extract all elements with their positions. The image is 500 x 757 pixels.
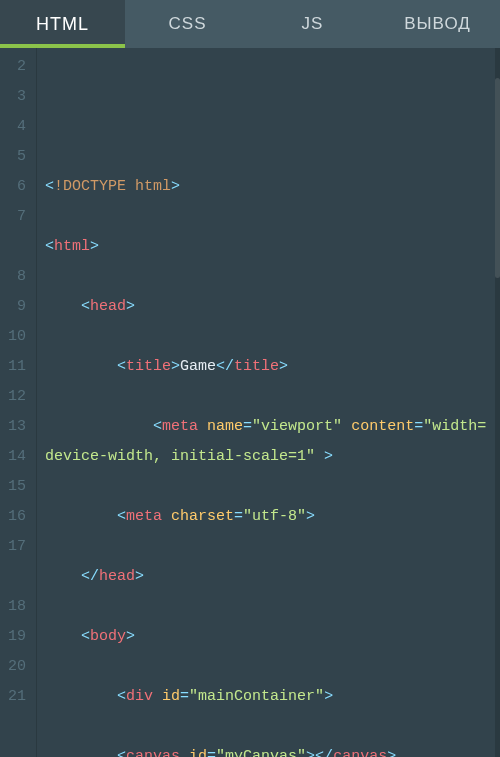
line-number: 16	[0, 502, 36, 532]
app-window: HTML CSS JS ВЫВОД 2345678910111213141516…	[0, 0, 500, 757]
line-number: 7	[0, 202, 36, 262]
tab-js[interactable]: JS	[250, 0, 375, 48]
line-number: 10	[0, 322, 36, 352]
code-area[interactable]: <!DOCTYPE html> <html> <head> <title>Gam…	[36, 48, 500, 757]
line-number: 4	[0, 112, 36, 142]
tab-label: HTML	[36, 14, 89, 35]
line-number: 14	[0, 442, 36, 472]
code-content[interactable]: <!DOCTYPE html> <html> <head> <title>Gam…	[37, 48, 500, 757]
tab-html[interactable]: HTML	[0, 0, 125, 48]
tab-label: JS	[302, 14, 324, 34]
line-number: 12	[0, 382, 36, 412]
tab-bar: HTML CSS JS ВЫВОД	[0, 0, 500, 48]
line-number: 21	[0, 682, 36, 757]
line-number: 5	[0, 142, 36, 172]
tab-label: ВЫВОД	[404, 14, 471, 34]
line-number: 3	[0, 82, 36, 112]
code-editor: 2345678910111213141516171819202122 <!DOC…	[0, 48, 500, 757]
line-number-gutter: 2345678910111213141516171819202122	[0, 48, 36, 757]
scrollbar-thumb[interactable]	[495, 78, 500, 278]
line-number: 8	[0, 262, 36, 292]
line-number: 9	[0, 292, 36, 322]
line-number: 20	[0, 652, 36, 682]
line-number: 15	[0, 472, 36, 502]
line-number: 13	[0, 412, 36, 442]
line-number: 6	[0, 172, 36, 202]
line-number: 17	[0, 532, 36, 592]
line-number: 2	[0, 52, 36, 82]
vertical-scrollbar[interactable]	[495, 48, 500, 757]
line-number: 18	[0, 592, 36, 622]
line-number: 11	[0, 352, 36, 382]
tab-output[interactable]: ВЫВОД	[375, 0, 500, 48]
tab-css[interactable]: CSS	[125, 0, 250, 48]
tab-label: CSS	[169, 14, 207, 34]
line-number: 19	[0, 622, 36, 652]
